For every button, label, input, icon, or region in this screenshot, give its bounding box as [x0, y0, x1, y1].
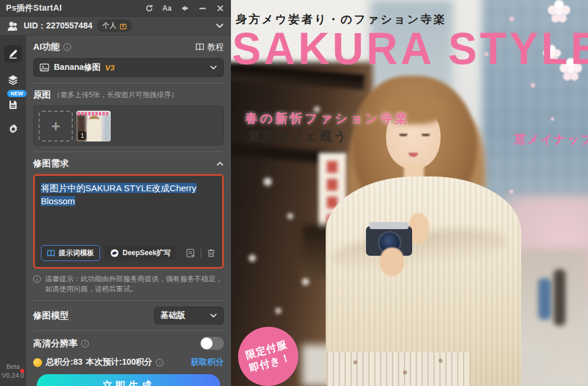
beta-label: Beta: [7, 362, 20, 371]
divider: [33, 152, 224, 152]
refresh-icon[interactable]: [144, 4, 154, 13]
close-icon[interactable]: [216, 4, 225, 13]
service-notice: i 温馨提示：此功能由外部服务商提供，偶有服务不稳定，如遇使用问题，请稍后重试。: [33, 274, 224, 294]
preview-image: 身方メウ妛者り・のファション寺楽 SAKURA STYLE 春の新忻ファション寺…: [231, 0, 588, 386]
pedestrian-silhouette: [538, 278, 551, 320]
ai-section-header: AI功能 i 教程: [33, 41, 224, 53]
new-badge: NEW: [7, 90, 27, 97]
toolbar-separator: [201, 249, 201, 258]
credits-row: 总积分:83 本次预计:100积分 i 获取积分: [33, 357, 224, 368]
hand: [380, 247, 404, 276]
model-select-value: 基础版: [160, 310, 185, 321]
account-bar[interactable]: UID：2270557484 个人: [0, 17, 231, 36]
trash-icon[interactable]: [206, 248, 216, 258]
hd-info-icon[interactable]: i: [81, 340, 89, 348]
minimize-icon[interactable]: [198, 4, 207, 13]
thumb-figure: [87, 119, 101, 141]
layers-icon[interactable]: [4, 71, 22, 89]
eye: [422, 134, 430, 136]
notice-text: 温馨提示：此功能由外部服务商提供，偶有服务不稳定，如遇使用问题，请稍后重试。: [45, 274, 224, 294]
upgrade-icon: [120, 22, 127, 30]
petal: [531, 83, 535, 88]
prompt-header[interactable]: 修图需求: [33, 158, 224, 169]
prompt-template-button[interactable]: 提示词模板: [41, 245, 100, 261]
get-credits-link[interactable]: 获取积分: [191, 357, 224, 368]
uid-value: UID：2270557484: [24, 21, 92, 31]
prompt-title: 修图需求: [33, 158, 69, 169]
selected-ai-function: Banana修图: [54, 62, 101, 73]
coin-icon: [33, 358, 42, 367]
hd-toggle[interactable]: [200, 337, 224, 350]
credits-info-icon[interactable]: i: [156, 359, 163, 366]
image-icon: [40, 63, 49, 72]
history-notes-icon[interactable]: [185, 248, 196, 259]
version-number: V0.24.0: [2, 372, 24, 379]
toggle-knob: [201, 337, 213, 349]
ai-info-icon[interactable]: i: [63, 43, 71, 51]
deepseek-whale-icon: [110, 249, 119, 258]
book-icon: [195, 43, 204, 51]
edit-tool-icon[interactable]: [4, 45, 22, 63]
eye: [399, 134, 407, 136]
pedestrian-silhouette: [554, 269, 565, 326]
thumb-building: [104, 114, 111, 141]
poster-subtitle-pink: 春の新忻ファション寺楽: [245, 110, 410, 127]
petal: [551, 117, 554, 121]
source-title: 原图: [33, 89, 51, 101]
total-credits: 总积分:83: [46, 357, 82, 368]
model-label: 修图模型: [33, 310, 69, 321]
plan-badge[interactable]: 个人: [97, 20, 132, 32]
hd-label: 高清分辨率: [33, 338, 78, 349]
petal: [509, 17, 514, 21]
tool-rail: NEW Beta V0.24.0: [0, 36, 26, 386]
font-size-icon[interactable]: Aa: [162, 4, 172, 13]
thumbnail-index-badge: 1: [78, 131, 86, 140]
version-info: Beta V0.24.0: [0, 362, 26, 380]
bokeh-light: [249, 255, 256, 262]
function-version: V3: [105, 63, 115, 72]
prompt-input-box[interactable]: 将图片中的SAKURA STYLE改成Cherry Blossom 提示词模板 …: [33, 174, 224, 269]
estimated-cost: 本次预计:100积分: [86, 357, 152, 368]
add-image-button[interactable]: +: [38, 111, 73, 141]
tutorial-link[interactable]: 教程: [195, 42, 224, 53]
saved-works-icon[interactable]: [4, 96, 22, 114]
deepseek-expand-button[interactable]: DeepSeek扩写: [105, 246, 176, 260]
prompt-textarea[interactable]: 将图片中的SAKURA STYLE改成Cherry Blossom: [41, 182, 216, 245]
divider: [33, 330, 224, 331]
chevron-down-icon: [210, 313, 217, 318]
app-window: Ps插件StartAI Aa UID：227: [0, 0, 588, 386]
floral-skirt: [327, 352, 469, 386]
uploaded-image-thumbnail[interactable]: 1: [76, 111, 111, 141]
prompt-toolbar: 提示词模板 DeepSeek扩写: [41, 245, 216, 261]
bokeh-light: [287, 213, 293, 219]
bokeh-light: [275, 308, 281, 314]
source-hint: （最多上传5张，长按图片可拖拽排序）: [53, 90, 178, 100]
model-row: 修图模型 基础版: [33, 307, 224, 324]
chevron-down-icon: [210, 65, 217, 70]
window-title: Ps插件StartAI: [6, 3, 62, 14]
plus-icon: +: [51, 118, 60, 134]
cherry-blossom-flower: [555, 8, 563, 15]
ai-function-dropdown[interactable]: Banana修图 V3: [33, 58, 224, 77]
settings-gear-icon[interactable]: [4, 120, 22, 137]
petal: [509, 189, 513, 194]
selected-prompt-text: 将图片中的SAKURA STYLE改成Cherry Blossom: [41, 183, 197, 206]
title-bar: Ps插件StartAI Aa: [0, 0, 231, 17]
divider: [33, 300, 224, 301]
bokeh-light: [302, 278, 309, 285]
plugin-panel: Ps插件StartAI Aa UID：227: [0, 0, 231, 386]
chevron-up-icon[interactable]: [216, 162, 224, 166]
generate-button[interactable]: 立即生成: [37, 374, 220, 386]
upload-area: + 1: [33, 105, 224, 146]
chevron-down-icon[interactable]: [216, 23, 224, 28]
notice-info-icon: i: [33, 275, 41, 283]
ai-section-title: AI功能: [33, 41, 60, 53]
hd-row: 高清分辨率 i: [33, 337, 224, 350]
poster-headline: SAKURA STYLE: [232, 22, 588, 73]
poster-subtitle-dark: 東京カフェ覡う: [248, 128, 348, 144]
model-select[interactable]: 基础版: [154, 307, 224, 324]
poster-right-caption: 苊メイナップガイ: [514, 131, 588, 147]
pin-icon[interactable]: [180, 4, 189, 13]
source-header: 原图 （最多上传5张，长按图片可拖拽排序）: [33, 89, 224, 101]
bokeh-light: [264, 178, 272, 186]
